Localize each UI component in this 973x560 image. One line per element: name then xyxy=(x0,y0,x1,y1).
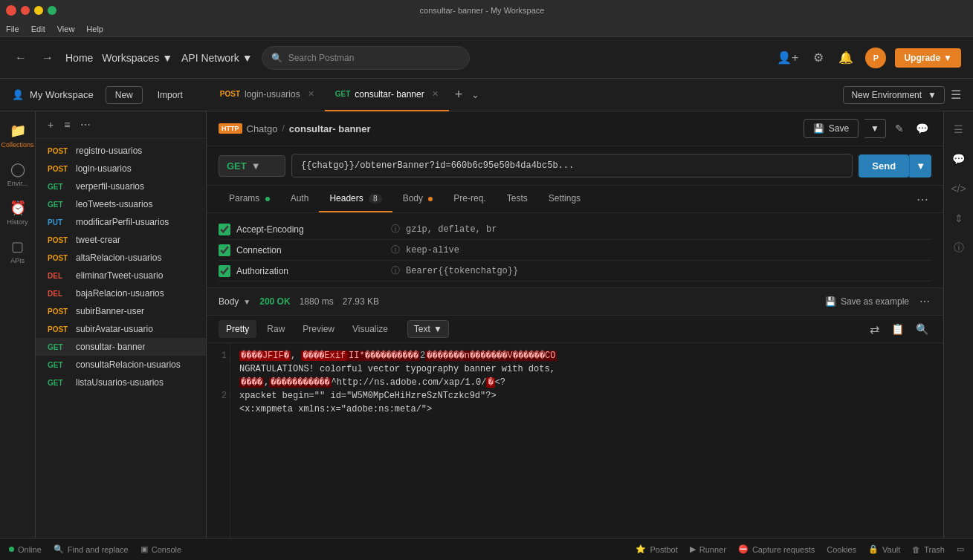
method-select[interactable]: GET ▼ xyxy=(219,155,285,177)
resp-tab-preview[interactable]: Preview xyxy=(295,320,342,338)
sidebar-item-environments[interactable]: ◯ Envir... xyxy=(3,156,33,192)
resp-tab-visualize[interactable]: Visualize xyxy=(345,320,395,338)
sidebar-item-apis[interactable]: ▢ APIs xyxy=(3,233,33,269)
breadcrumb-parent[interactable]: Chatgo xyxy=(247,123,278,134)
console-button[interactable]: ▣ Console xyxy=(140,544,181,554)
tab-tests[interactable]: Tests xyxy=(497,186,538,212)
workspaces-button[interactable]: Workspaces ▼ xyxy=(102,52,172,64)
maximize-button[interactable] xyxy=(48,6,56,15)
notifications-button[interactable]: 🔔 xyxy=(835,48,856,68)
sidebar-toggle-button[interactable]: ☰ xyxy=(951,88,961,102)
api-network-button[interactable]: API Network ▼ xyxy=(181,52,253,64)
tab-headers[interactable]: Headers 8 xyxy=(319,186,392,212)
minimize-button[interactable] xyxy=(34,6,43,15)
header-info-icon[interactable]: ⓘ xyxy=(391,264,400,277)
tab-login-usuarios[interactable]: POST login-usuarios ✕ xyxy=(210,79,325,111)
right-sidebar: ☰ 💬 </> ⇕ ⓘ xyxy=(943,111,973,538)
list-item[interactable]: DEL bajaRelacion-usuarios xyxy=(36,284,206,302)
tab-auth[interactable]: Auth xyxy=(280,186,320,212)
collections-panel: + ≡ ⋯ POST registro-usuarios POST login-… xyxy=(36,111,207,538)
sort-button[interactable]: ≡ xyxy=(61,117,73,132)
response-body-label[interactable]: Body ▼ xyxy=(219,296,250,307)
tab-params[interactable]: Params xyxy=(219,186,280,212)
more-collections-button[interactable]: ⋯ xyxy=(77,117,94,132)
list-item[interactable]: DEL eliminarTweet-usuario xyxy=(36,267,206,284)
list-item[interactable]: GET consultaRelacion-usuarios xyxy=(36,356,206,374)
right-sidebar-code-button[interactable]: </> xyxy=(947,177,971,201)
menu-view[interactable]: View xyxy=(57,25,75,33)
list-item[interactable]: POST altaRelacion-usuarios xyxy=(36,249,206,267)
right-sidebar-chat-button[interactable]: 💬 xyxy=(947,147,971,171)
cookies-button[interactable]: Cookies xyxy=(827,544,856,554)
menu-file[interactable]: File xyxy=(6,25,19,33)
forward-button[interactable]: → xyxy=(39,48,56,68)
list-item[interactable]: POST login-usuarios xyxy=(36,160,206,178)
list-item[interactable]: POST tweet-crear xyxy=(36,231,206,249)
search-response-button[interactable]: 🔍 xyxy=(913,321,931,338)
search-bar[interactable]: 🔍 Search Postman xyxy=(262,46,470,70)
layout-button[interactable]: ▭ xyxy=(957,544,964,554)
tab-consultar-banner[interactable]: GET consultar- banner ✕ xyxy=(325,79,449,111)
trash-button[interactable]: 🗑 Trash xyxy=(912,544,945,554)
upgrade-button[interactable]: Upgrade ▼ xyxy=(895,48,961,68)
new-button[interactable]: New xyxy=(106,86,143,104)
runner-button[interactable]: ▶ Runner xyxy=(690,544,726,554)
header-checkbox-auth[interactable] xyxy=(219,265,230,277)
right-sidebar-info-button[interactable]: ⓘ xyxy=(947,236,971,260)
tab-prereq[interactable]: Pre-req. xyxy=(443,186,496,212)
menu-help[interactable]: Help xyxy=(86,25,103,33)
sidebar-item-collections[interactable]: 📁 Collections xyxy=(3,117,33,153)
save-dropdown-button[interactable]: ▼ xyxy=(864,119,886,138)
tab-settings[interactable]: Settings xyxy=(538,186,591,212)
send-dropdown-button[interactable]: ▼ xyxy=(909,154,931,178)
tab-close-icon[interactable]: ✕ xyxy=(308,89,314,99)
menu-edit[interactable]: Edit xyxy=(31,25,45,33)
capture-button[interactable]: ⛔ Capture requests xyxy=(738,544,815,554)
invite-button[interactable]: 👤+ xyxy=(774,48,801,68)
tab-overflow-button[interactable]: ⌄ xyxy=(468,89,482,100)
postbot-button[interactable]: ⭐ Postbot xyxy=(636,544,677,554)
more-tabs-button[interactable]: ⋯ xyxy=(914,189,931,209)
vault-button[interactable]: 🔒 Vault xyxy=(868,544,900,554)
list-item[interactable]: GET leoTweets-usuarios xyxy=(36,195,206,213)
tab-add-button[interactable]: + xyxy=(449,87,469,102)
right-sidebar-docs-button[interactable]: ☰ xyxy=(947,117,971,141)
list-item-active[interactable]: GET consultar- banner xyxy=(36,338,206,356)
wrap-button[interactable]: ⇄ xyxy=(867,321,882,338)
header-checkbox-connection[interactable] xyxy=(219,244,230,256)
list-item[interactable]: POST subirBanner-user xyxy=(36,302,206,320)
list-item[interactable]: POST registro-usuarios xyxy=(36,142,206,160)
import-button[interactable]: Import xyxy=(149,87,192,103)
header-checkbox-accept[interactable] xyxy=(219,224,230,235)
avatar[interactable]: P xyxy=(865,48,886,68)
tab-body[interactable]: Body xyxy=(392,186,444,212)
new-collection-button[interactable]: + xyxy=(45,117,56,132)
resp-tab-raw[interactable]: Raw xyxy=(259,320,292,338)
find-replace-button[interactable]: 🔍 Find and replace xyxy=(54,544,129,554)
close-button[interactable] xyxy=(21,6,30,15)
text-format-select[interactable]: Text ▼ xyxy=(407,320,449,338)
list-item[interactable]: GET verperfil-usuarios xyxy=(36,178,206,195)
header-info-icon[interactable]: ⓘ xyxy=(391,244,400,256)
more-response-button[interactable]: ⋯ xyxy=(918,294,931,309)
sidebar-item-history[interactable]: ⏰ History xyxy=(3,195,33,230)
settings-button[interactable]: ⚙ xyxy=(810,48,827,68)
right-sidebar-resize-button[interactable]: ⇕ xyxy=(947,206,971,230)
comment-button[interactable]: 💬 xyxy=(913,119,931,138)
env-selector[interactable]: New Environment ▼ xyxy=(843,86,945,104)
list-item[interactable]: GET listaUsuarios-usuarios xyxy=(36,374,206,391)
tab-name-consultar: consultar- banner xyxy=(355,89,424,100)
list-item[interactable]: POST subirAvatar-usuario xyxy=(36,320,206,338)
back-button[interactable]: ← xyxy=(12,48,30,68)
url-input[interactable] xyxy=(291,154,853,178)
save-example-button[interactable]: 💾 Save as example xyxy=(825,296,909,307)
home-link[interactable]: Home xyxy=(65,52,93,64)
list-item[interactable]: PUT modificarPerfil-usuarios xyxy=(36,213,206,231)
resp-tab-pretty[interactable]: Pretty xyxy=(219,320,256,338)
send-button[interactable]: Send xyxy=(859,154,909,178)
header-info-icon[interactable]: ⓘ xyxy=(391,223,400,235)
copy-response-button[interactable]: 📋 xyxy=(888,321,907,338)
edit-button[interactable]: ✎ xyxy=(892,119,907,138)
tab-active-close-icon[interactable]: ✕ xyxy=(432,89,439,99)
save-button[interactable]: 💾 Save xyxy=(804,119,859,138)
